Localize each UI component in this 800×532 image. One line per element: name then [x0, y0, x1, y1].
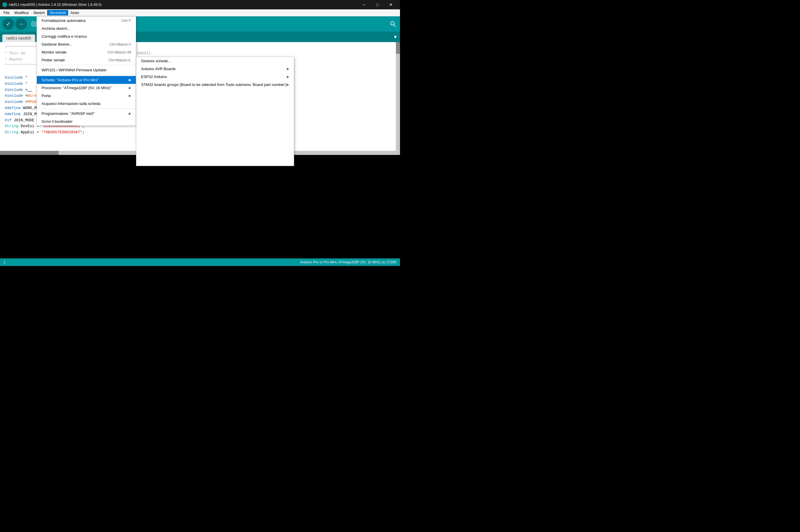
window-title: rak811-mpu6050 | Arduino 1.8.15 (Windows… — [9, 3, 357, 7]
menu-programmatore[interactable]: Programmatore: "AVRISP mkII" ▶ — [37, 110, 136, 117]
menu-file[interactable]: File — [1, 10, 12, 16]
board-submenu: Gestore schede... Arduino AVR Boards ▶ E… — [136, 57, 294, 166]
separator-1 — [37, 65, 136, 65]
menu-bar: File Modifica Sketch Strumenti Aiuto — [0, 10, 400, 16]
app-icon — [2, 2, 7, 7]
menu-wifi101[interactable]: WiFi101 / WiFiNINA Firmware Updater — [37, 66, 136, 74]
menu-formattazione[interactable]: Formattazione automatica Ctrl+T — [37, 17, 136, 24]
status-board-info: Arduino Pro or Pro Mini, ATmega328P (5V,… — [300, 260, 397, 264]
scrollbar-thumb-h[interactable] — [0, 151, 58, 155]
tools-menu: Formattazione automatica Ctrl+T Archivia… — [37, 16, 136, 126]
menu-processore[interactable]: Processore: "ATmega328P (5V, 16 MHz)" ▶ — [37, 84, 136, 92]
board-esp32[interactable]: ESP32 Arduino ▶ — [137, 73, 294, 81]
menu-strumenti[interactable]: Strumenti — [47, 10, 68, 16]
menu-bootloader[interactable]: Scrivi il bootloader — [37, 117, 136, 126]
close-button[interactable]: ✕ — [384, 0, 398, 10]
menu-modifica[interactable]: Modifica — [12, 10, 31, 16]
board-avr[interactable]: Arduino AVR Boards ▶ — [137, 65, 294, 73]
svg-point-4 — [390, 22, 394, 25]
menu-monitor-seriale[interactable]: Monitor seriale Ctrl+Maiusc+M — [37, 48, 136, 56]
menu-sketch[interactable]: Sketch — [31, 10, 47, 16]
board-stm32[interactable]: STM32 boards groups (Board to be selecte… — [137, 81, 294, 89]
title-bar: rak811-mpu6050 | Arduino 1.8.15 (Windows… — [0, 0, 400, 10]
verify-button[interactable]: ✓ — [2, 18, 14, 30]
vertical-scrollbar[interactable] — [396, 42, 400, 155]
tab-dropdown-arrow[interactable]: ▼ — [393, 35, 398, 42]
menu-correggi[interactable]: Correggi codifica e ricarica — [37, 33, 136, 40]
menu-aiuto[interactable]: Aiuto — [68, 10, 81, 16]
minimize-button[interactable]: ─ — [357, 0, 371, 10]
console-area — [0, 155, 400, 263]
menu-archivia[interactable]: Archivia sketch... — [37, 24, 136, 33]
menu-porta[interactable]: Porta ▶ — [37, 92, 136, 100]
status-line-number: 1 — [3, 260, 300, 264]
search-button[interactable] — [388, 19, 398, 28]
svg-line-5 — [394, 25, 396, 26]
window-controls: ─ □ ✕ — [357, 0, 398, 10]
tools-dropdown: Formattazione automatica Ctrl+T Archivia… — [37, 16, 294, 126]
scrollbar-thumb-v[interactable] — [396, 42, 400, 54]
upload-button[interactable]: → — [15, 18, 27, 30]
menu-acquisici[interactable]: Acquisici informazioni sulla scheda — [37, 100, 136, 108]
maximize-button[interactable]: □ — [371, 0, 384, 10]
menu-plotter-seriale[interactable]: Plotter seriale Ctrl+Maiusc+L — [37, 56, 136, 64]
status-bar: 1 Arduino Pro or Pro Mini, ATmega328P (5… — [0, 259, 400, 266]
editor-tab[interactable]: rak811-mpu605 — [2, 35, 35, 42]
menu-scheda[interactable]: Scheda: "Arduino Pro or Pro Mini" ▶ — [37, 76, 136, 84]
board-gestore[interactable]: Gestore schede... — [137, 57, 294, 65]
menu-gestione-librerie[interactable]: Gestione librerie... Ctrl+Maiusc+I — [37, 40, 136, 48]
